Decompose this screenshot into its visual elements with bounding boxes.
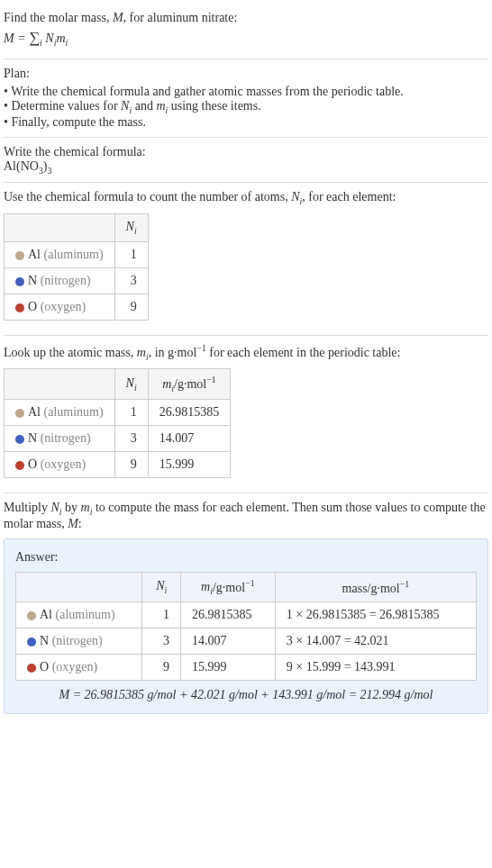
- chemical-formula: Al(NO3)3: [4, 159, 488, 176]
- element-dot-icon: [15, 277, 24, 286]
- element-dot-icon: [15, 461, 24, 470]
- count-table: Ni Al (aluminum) 1 N (nitrogen) 3 O (oxy…: [4, 213, 149, 321]
- ni-cell: 3: [142, 628, 180, 655]
- table-header-mass: mass/g·mol−1: [275, 572, 476, 601]
- ni-cell: 9: [142, 655, 180, 681]
- mass-cell: 3 × 14.007 = 42.021: [275, 628, 476, 655]
- ni-cell: 3: [114, 267, 148, 294]
- answer-box: Answer: Ni mi/g·mol−1 mass/g·mol−1 Al (a…: [4, 538, 488, 714]
- table-row: N (nitrogen) 3 14.007 3 × 14.007 = 42.02…: [16, 628, 477, 655]
- ni-cell: 3: [114, 425, 148, 451]
- plan-section: Plan: Write the chemical formula and gat…: [4, 59, 488, 138]
- mass-table: Ni mi/g·mol−1 Al (aluminum) 1 26.9815385…: [4, 368, 231, 477]
- mi-cell: 15.999: [180, 655, 275, 681]
- answer-table: Ni mi/g·mol−1 mass/g·mol−1 Al (aluminum)…: [15, 572, 477, 681]
- table-header-ni: Ni: [114, 369, 148, 399]
- table-row: O (oxygen) 9 15.999 9 × 15.999 = 143.991: [16, 655, 477, 681]
- count-title: Use the chemical formula to count the nu…: [4, 190, 488, 206]
- element-dot-icon: [15, 251, 24, 260]
- mass-cell: 9 × 15.999 = 143.991: [275, 655, 476, 681]
- count-section: Use the chemical formula to count the nu…: [4, 183, 488, 336]
- element-dot-icon: [15, 435, 24, 444]
- compute-title: Multiply Ni by mi to compute the mass fo…: [4, 501, 488, 531]
- mass-title: Look up the atomic mass, mi, in g·mol−1 …: [4, 343, 488, 361]
- table-row: Al (aluminum) 1 26.9815385 1 × 26.981538…: [16, 602, 477, 628]
- table-row: Al (aluminum) 1: [5, 241, 149, 267]
- ni-cell: 9: [114, 294, 148, 320]
- table-row: N (nitrogen) 3 14.007: [5, 425, 231, 451]
- table-row: Al (aluminum) 1 26.9815385: [5, 399, 231, 425]
- element-dot-icon: [27, 611, 36, 620]
- element-cell: O (oxygen): [16, 655, 142, 681]
- table-header-row: Ni: [5, 214, 149, 242]
- plan-item: Write the chemical formula and gather at…: [4, 85, 488, 99]
- element-dot-icon: [15, 409, 24, 418]
- ni-cell: 1: [142, 602, 180, 628]
- plan-item: Finally, compute the mass.: [4, 115, 488, 130]
- formula-title: Write the chemical formula:: [4, 145, 488, 159]
- mi-cell: 14.007: [148, 425, 231, 451]
- table-header-empty: [16, 572, 142, 601]
- element-dot-icon: [27, 637, 36, 646]
- intro-text: Find the molar mass, M, for aluminum nit…: [4, 11, 488, 25]
- plan-title: Plan:: [4, 67, 488, 81]
- element-cell: O (oxygen): [5, 451, 115, 477]
- table-row: N (nitrogen) 3: [5, 267, 149, 294]
- table-header-ni: Ni: [114, 214, 148, 242]
- table-row: O (oxygen) 9: [5, 294, 149, 320]
- table-header-empty: [5, 214, 115, 242]
- mi-cell: 26.9815385: [180, 602, 275, 628]
- mi-cell: 14.007: [180, 628, 275, 655]
- table-header-row: Ni mi/g·mol−1: [5, 369, 231, 399]
- table-header-empty: [5, 369, 115, 399]
- ni-cell: 1: [114, 399, 148, 425]
- answer-label: Answer:: [15, 550, 477, 565]
- compute-section: Multiply Ni by mi to compute the mass fo…: [4, 493, 488, 714]
- intro-section: Find the molar mass, M, for aluminum nit…: [4, 4, 488, 59]
- mass-cell: 1 × 26.9815385 = 26.9815385: [275, 602, 476, 628]
- table-header-mi: mi/g·mol−1: [148, 369, 231, 399]
- mi-cell: 26.9815385: [148, 399, 231, 425]
- mi-cell: 15.999: [148, 451, 231, 477]
- element-dot-icon: [15, 303, 24, 312]
- element-cell: O (oxygen): [5, 294, 115, 320]
- final-result: M = 26.9815385 g/mol + 42.021 g/mol + 14…: [15, 688, 477, 702]
- ni-cell: 9: [114, 451, 148, 477]
- element-cell: Al (aluminum): [16, 602, 142, 628]
- formula-section: Write the chemical formula: Al(NO3)3: [4, 138, 488, 184]
- element-cell: N (nitrogen): [16, 628, 142, 655]
- plan-item: Determine values for Ni and mi using the…: [4, 99, 488, 115]
- element-cell: N (nitrogen): [5, 267, 115, 294]
- mass-section: Look up the atomic mass, mi, in g·mol−1 …: [4, 336, 488, 493]
- element-cell: Al (aluminum): [5, 399, 115, 425]
- table-header-mi: mi/g·mol−1: [180, 572, 275, 601]
- intro-formula: M = ∑i Nimi: [4, 29, 488, 48]
- element-cell: N (nitrogen): [5, 425, 115, 451]
- element-dot-icon: [27, 664, 36, 673]
- table-header-row: Ni mi/g·mol−1 mass/g·mol−1: [16, 572, 477, 601]
- ni-cell: 1: [114, 241, 148, 267]
- element-cell: Al (aluminum): [5, 241, 115, 267]
- plan-list: Write the chemical formula and gather at…: [4, 85, 488, 130]
- table-header-ni: Ni: [142, 572, 180, 601]
- table-row: O (oxygen) 9 15.999: [5, 451, 231, 477]
